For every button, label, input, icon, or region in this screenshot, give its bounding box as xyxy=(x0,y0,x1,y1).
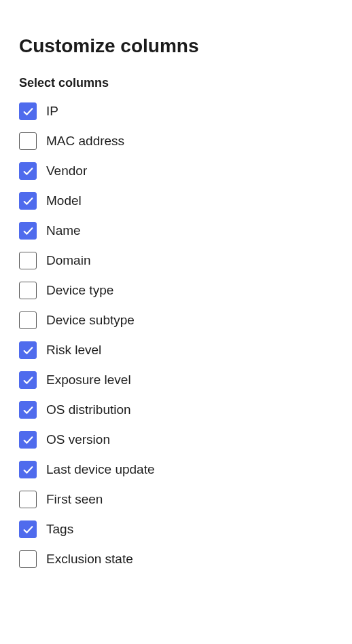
column-checkbox[interactable] xyxy=(19,401,37,419)
column-checkbox[interactable] xyxy=(19,132,37,150)
column-option-row[interactable]: Last device update xyxy=(19,461,333,478)
column-checkbox[interactable] xyxy=(19,282,37,299)
column-option-row[interactable]: First seen xyxy=(19,491,333,508)
column-option-row[interactable]: OS distribution xyxy=(19,401,333,419)
column-option-row[interactable]: Device type xyxy=(19,282,333,299)
column-checkbox[interactable] xyxy=(19,520,37,538)
column-option-label: Exclusion state xyxy=(46,552,133,567)
section-subtitle: Select columns xyxy=(19,76,333,90)
column-option-row[interactable]: Risk level xyxy=(19,341,333,359)
column-option-label: IP xyxy=(46,104,58,119)
column-option-label: Model xyxy=(46,193,82,208)
column-option-row[interactable]: Vendor xyxy=(19,162,333,180)
column-option-row[interactable]: Model xyxy=(19,192,333,210)
column-option-label: Name xyxy=(46,223,81,238)
column-option-label: MAC address xyxy=(46,134,124,149)
column-option-row[interactable]: Tags xyxy=(19,520,333,538)
column-option-row[interactable]: Exposure level xyxy=(19,371,333,389)
column-checkbox[interactable] xyxy=(19,252,37,269)
column-option-label: Device subtype xyxy=(46,313,135,328)
column-option-label: Domain xyxy=(46,253,90,268)
column-option-row[interactable]: IP xyxy=(19,102,333,120)
column-option-label: OS distribution xyxy=(46,402,131,417)
column-option-list: IPMAC addressVendorModelNameDomainDevice… xyxy=(19,102,333,568)
column-option-row[interactable]: OS version xyxy=(19,431,333,449)
column-option-label: Tags xyxy=(46,522,73,537)
column-option-label: OS version xyxy=(46,432,110,447)
column-option-label: First seen xyxy=(46,492,103,507)
column-checkbox[interactable] xyxy=(19,222,37,240)
column-option-row[interactable]: Exclusion state xyxy=(19,550,333,568)
column-option-label: Vendor xyxy=(46,164,87,178)
column-checkbox[interactable] xyxy=(19,311,37,329)
column-checkbox[interactable] xyxy=(19,341,37,359)
column-checkbox[interactable] xyxy=(19,102,37,120)
column-option-label: Risk level xyxy=(46,343,101,358)
column-option-row[interactable]: MAC address xyxy=(19,132,333,150)
column-checkbox[interactable] xyxy=(19,431,37,449)
column-option-row[interactable]: Device subtype xyxy=(19,311,333,329)
page-title: Customize columns xyxy=(19,35,333,57)
column-checkbox[interactable] xyxy=(19,550,37,568)
column-checkbox[interactable] xyxy=(19,461,37,478)
column-checkbox[interactable] xyxy=(19,371,37,389)
column-option-label: Last device update xyxy=(46,462,155,477)
column-checkbox[interactable] xyxy=(19,192,37,210)
column-option-label: Exposure level xyxy=(46,373,131,387)
column-checkbox[interactable] xyxy=(19,491,37,508)
column-option-row[interactable]: Domain xyxy=(19,252,333,269)
column-option-label: Device type xyxy=(46,283,113,298)
column-option-row[interactable]: Name xyxy=(19,222,333,240)
column-checkbox[interactable] xyxy=(19,162,37,180)
